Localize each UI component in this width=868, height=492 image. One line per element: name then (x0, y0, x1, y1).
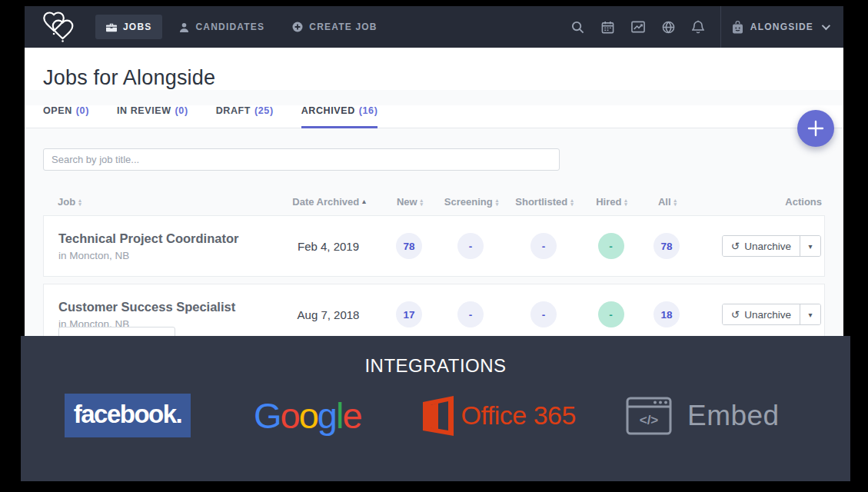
tab-count: (25) (254, 105, 274, 116)
shortlisted-count-badge[interactable]: - (530, 233, 557, 259)
shortlisted-count-badge[interactable]: - (530, 301, 557, 327)
embed-wordmark: Embed (687, 400, 780, 432)
search-input[interactable] (43, 148, 560, 171)
shortlisted-cell[interactable]: - (505, 233, 582, 259)
column-label: Hired (596, 196, 621, 208)
restore-icon: ↺ (731, 240, 740, 252)
sort-icon[interactable]: ▴▾ (78, 198, 81, 206)
tab-archived[interactable]: ARCHIVED (16) (301, 105, 378, 128)
restore-icon: ↺ (731, 308, 740, 321)
facebook-logo: facebook. (65, 394, 191, 437)
tab-label: OPEN (43, 105, 72, 116)
search-icon[interactable] (563, 15, 593, 40)
column-header-all[interactable]: All ▴▾ (640, 196, 694, 208)
svg-text:</>: </> (640, 413, 659, 427)
sort-icon[interactable]: ▴▾ (496, 198, 499, 206)
page-title: Jobs for Alongside (43, 66, 825, 90)
hired-cell[interactable]: - (582, 233, 640, 259)
actions-cell: ↺ Unarchive ▾ (693, 304, 824, 325)
chevron-down-icon (822, 22, 830, 30)
job-title[interactable]: Technical Project Coordinator (58, 231, 274, 246)
job-cell: Technical Project Coordinator in Moncton… (44, 231, 274, 261)
unarchive-label: Unarchive (744, 241, 791, 252)
unarchive-button[interactable]: ↺ Unarchive (723, 236, 800, 256)
sort-icon[interactable]: ▴▾ (421, 198, 424, 206)
all-cell[interactable]: 78 (640, 233, 693, 259)
integration-logos: facebook. G o o g l e Office 365 (21, 394, 850, 437)
sort-icon[interactable]: ▴▾ (624, 198, 627, 206)
google-letter: G (254, 394, 281, 437)
jobs-tabs: OPEN (0) IN REVIEW (0) DRAFT (25) ARCHIV… (25, 105, 843, 128)
tab-open[interactable]: OPEN (0) (43, 105, 89, 128)
column-header-new[interactable]: New ▴▾ (383, 196, 437, 208)
tab-draft[interactable]: DRAFT (25) (216, 105, 274, 128)
column-header-hired[interactable]: Hired ▴▾ (583, 196, 640, 208)
hired-count-badge[interactable]: - (598, 301, 624, 327)
column-label: Shortlisted (515, 196, 567, 208)
column-label: Screening (444, 196, 493, 208)
add-job-button[interactable] (797, 110, 834, 147)
embed-logo: </> Embed (626, 397, 780, 435)
alongside-logo[interactable] (43, 12, 78, 42)
action-button-group: ↺ Unarchive ▾ (722, 304, 821, 325)
hired-count-badge[interactable]: - (598, 233, 624, 259)
briefcase-icon (106, 22, 117, 32)
date-archived-cell: Aug 7, 2018 (274, 308, 382, 321)
notifications-bell-icon[interactable] (683, 14, 713, 40)
all-count-badge[interactable]: 78 (653, 233, 680, 259)
google-letter: e (342, 394, 361, 437)
new-count-badge[interactable]: 78 (396, 233, 422, 259)
action-dropdown-button[interactable]: ▾ (800, 236, 820, 256)
navbar-divider (720, 6, 721, 48)
screening-count-badge[interactable]: - (457, 301, 484, 327)
screening-count-badge[interactable]: - (457, 233, 484, 259)
caret-down-icon: ▾ (808, 311, 812, 319)
tab-in-review[interactable]: IN REVIEW (0) (117, 105, 188, 128)
column-label: New (397, 196, 417, 208)
sort-icon[interactable]: ▴▾ (674, 198, 677, 206)
new-count-badge[interactable]: 17 (396, 301, 422, 327)
shortlisted-cell[interactable]: - (505, 301, 582, 327)
nav-item-label: CREATE JOB (309, 22, 377, 32)
double-heart-icon (43, 12, 78, 42)
column-header-job[interactable]: Job ▴▾ (43, 196, 275, 208)
all-count-badge[interactable]: 18 (653, 301, 680, 327)
tab-label: DRAFT (216, 105, 251, 116)
office365-wordmark: Office 365 (461, 401, 576, 430)
calendar-icon[interactable] (593, 15, 623, 40)
screening-cell[interactable]: - (436, 233, 505, 259)
job-title[interactable]: Customer Success Specialist (58, 300, 274, 314)
person-icon (179, 22, 189, 32)
account-menu[interactable]: ALONGSIDE (732, 21, 828, 34)
nav-item-candidates[interactable]: CANDIDATES (168, 15, 275, 39)
nav-item-label: JOBS (123, 22, 151, 32)
column-label: Date Archived (292, 196, 359, 208)
new-cell[interactable]: 17 (382, 301, 436, 327)
nav-item-create-job[interactable]: CREATE JOB (281, 15, 387, 39)
action-dropdown-button[interactable]: ▾ (800, 304, 820, 324)
google-letter: o (281, 394, 299, 437)
column-header-screening[interactable]: Screening ▴▾ (437, 196, 506, 208)
google-logo: G o o g l e (254, 394, 361, 437)
tab-label: ARCHIVED (301, 105, 355, 116)
screen: { "navbar": { "nav_items": [ { "label": … (0, 0, 868, 492)
globe-icon[interactable] (653, 15, 683, 40)
column-header-date-archived[interactable]: Date Archived ▴ (275, 196, 383, 208)
google-letter: o (299, 394, 318, 437)
sort-asc-icon[interactable]: ▴ (362, 198, 366, 205)
new-cell[interactable]: 78 (382, 233, 436, 259)
unarchive-button[interactable]: ↺ Unarchive (723, 304, 800, 324)
hired-cell[interactable]: - (582, 301, 640, 327)
page-header: Jobs for Alongside (25, 48, 843, 90)
screening-cell[interactable]: - (436, 301, 505, 327)
analytics-icon[interactable] (623, 15, 653, 39)
column-header-shortlisted[interactable]: Shortlisted ▴▾ (506, 196, 583, 208)
facebook-wordmark: facebook. (74, 400, 182, 432)
table-row[interactable]: Technical Project Coordinator in Moncton… (43, 215, 825, 277)
plus-circle-icon (292, 22, 303, 32)
nav-item-label: CANDIDATES (195, 22, 264, 32)
office-icon (423, 396, 454, 436)
nav-item-jobs[interactable]: JOBS (95, 15, 162, 39)
all-cell[interactable]: 18 (640, 301, 693, 327)
sort-icon[interactable]: ▴▾ (570, 198, 574, 206)
